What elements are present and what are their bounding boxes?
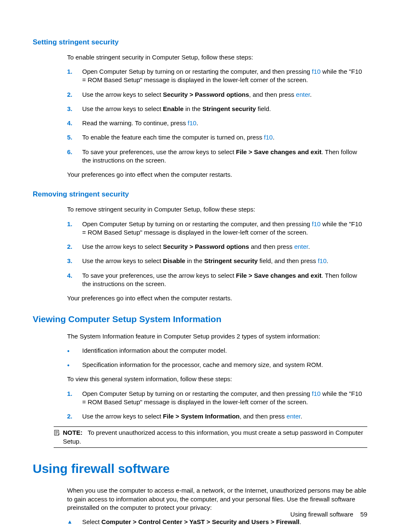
- list-content: Open Computer Setup by turning on or res…: [82, 220, 367, 237]
- list-item: 2. Use the arrow keys to select File > S…: [67, 412, 367, 421]
- bullet-item: ● Specification information for the proc…: [67, 361, 367, 369]
- note-icon: [54, 429, 63, 446]
- key-enter: enter: [294, 243, 308, 250]
- key-enter: enter: [296, 91, 310, 98]
- footer: Using firewall software 59: [291, 510, 367, 519]
- list-item: 4. To save your preferences, use the arr…: [67, 271, 367, 289]
- list-content: To save your preferences, use the arrow …: [82, 271, 367, 289]
- intro-text: To remove stringent security in Computer…: [67, 205, 367, 214]
- key-f10: f10: [188, 119, 197, 127]
- outro-text: Your preferences go into effect when the…: [67, 170, 367, 179]
- list-number: 2.: [67, 412, 82, 421]
- key-f10: f10: [312, 220, 321, 227]
- list-number: 1.: [67, 67, 82, 85]
- list-content: Open Computer Setup by turning on or res…: [82, 67, 367, 85]
- list-content: Read the warning. To continue, press f10…: [82, 119, 367, 127]
- bullet-content: Identification information about the com…: [82, 346, 367, 355]
- bullet-icon: ●: [67, 346, 82, 355]
- list-item: 2. Use the arrow keys to select Security…: [67, 90, 367, 99]
- list-content: Open Computer Setup by turning on or res…: [82, 390, 367, 407]
- heading-setting-stringent-security: Setting stringent security: [33, 38, 367, 47]
- list-content: To save your preferences, use the arrow …: [82, 148, 367, 165]
- key-f10: f10: [312, 390, 321, 397]
- key-f10: f10: [318, 257, 327, 264]
- list-content: Use the arrow keys to select Disable in …: [82, 257, 367, 265]
- list-item: 4. Read the warning. To continue, press …: [67, 119, 367, 127]
- list-item: 2. Use the arrow keys to select Security…: [67, 243, 367, 251]
- list-number: 1.: [67, 390, 82, 407]
- triangle-icon: ▲: [67, 518, 82, 526]
- list-number: 4.: [67, 271, 82, 289]
- key-f10: f10: [312, 68, 321, 75]
- list-number: 1.: [67, 220, 82, 237]
- list-content: Use the arrow keys to select Enable in t…: [82, 105, 367, 113]
- action-content: Select Computer > Control Center > YaST …: [82, 518, 367, 526]
- bullet-icon: ●: [67, 361, 82, 369]
- page-number: 59: [360, 511, 367, 518]
- key-f10: f10: [264, 134, 273, 141]
- heading-viewing-system-info: Viewing Computer Setup System Informatio…: [33, 313, 367, 325]
- list-content: To enable the feature each time the comp…: [82, 133, 367, 142]
- list-item: 5. To enable the feature each time the c…: [67, 133, 367, 142]
- note-content: NOTE: To prevent unauthorized access to …: [63, 429, 367, 446]
- list-content: Use the arrow keys to select Security > …: [82, 243, 367, 251]
- list-number: 6.: [67, 148, 82, 165]
- list-item: 1. Open Computer Setup by turning on or …: [67, 220, 367, 237]
- list-item: 6. To save your preferences, use the arr…: [67, 148, 367, 165]
- intro-text: When you use the computer to access e-ma…: [67, 486, 367, 512]
- list-number: 2.: [67, 243, 82, 251]
- heading-removing-stringent-security: Removing stringent security: [33, 190, 367, 199]
- outro-text: Your preferences go into effect when the…: [67, 294, 367, 302]
- key-enter: enter: [286, 413, 300, 420]
- list-content: Use the arrow keys to select Security > …: [82, 90, 367, 99]
- intro-text: The System Information feature in Comput…: [67, 332, 367, 341]
- action-item: ▲ Select Computer > Control Center > YaS…: [67, 518, 367, 526]
- bullet-content: Specification information for the proces…: [82, 361, 367, 369]
- instruction-text: To view this general system information,…: [67, 375, 367, 383]
- list-content: Use the arrow keys to select File > Syst…: [82, 412, 367, 421]
- list-item: 3. Use the arrow keys to select Enable i…: [67, 105, 367, 113]
- list-item: 1. Open Computer Setup by turning on or …: [67, 67, 367, 85]
- list-number: 5.: [67, 133, 82, 142]
- list-item: 1. Open Computer Setup by turning on or …: [67, 390, 367, 407]
- list-number: 4.: [67, 119, 82, 127]
- note-box: NOTE: To prevent unauthorized access to …: [54, 426, 367, 448]
- intro-text: To enable stringent security in Computer…: [67, 53, 367, 62]
- list-number: 2.: [67, 90, 82, 99]
- list-number: 3.: [67, 105, 82, 113]
- heading-using-firewall-software: Using firewall software: [33, 460, 367, 478]
- note-label: NOTE:: [63, 429, 83, 436]
- list-number: 3.: [67, 257, 82, 265]
- bullet-item: ● Identification information about the c…: [67, 346, 367, 355]
- footer-text: Using firewall software: [291, 511, 353, 518]
- list-item: 3. Use the arrow keys to select Disable …: [67, 257, 367, 265]
